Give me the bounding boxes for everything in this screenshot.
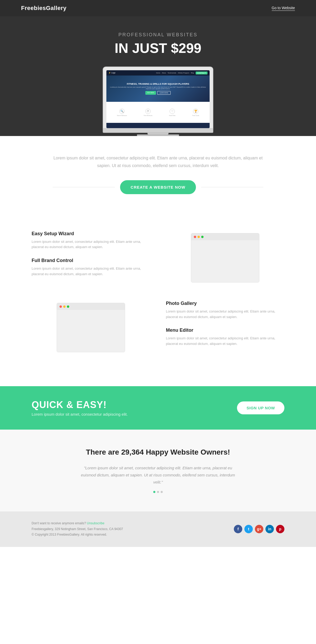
features-text-col-2: Photo Gallery Lorem ipsum dolor sit amet… [166, 301, 284, 355]
feature-title-3: Photo Gallery [166, 301, 284, 306]
dot-3[interactable] [161, 491, 163, 493]
laptop-mockup: ⚡ Logo Home About Testimonials Athlete P… [21, 67, 295, 136]
feature-title-2: Full Brand Control [32, 258, 150, 263]
footer-line1: Don't want to receive anymore emails? [32, 521, 87, 525]
go-to-website-link[interactable]: Go to Website [272, 6, 295, 11]
browser-mockup-2 [57, 303, 125, 352]
footer-text: Don't want to receive anymore emails? Un… [32, 521, 123, 538]
feature-heart: ♡ Heart Rate [169, 109, 175, 116]
dot-1[interactable] [153, 491, 155, 493]
page-footer: Don't want to receive anymore emails? Un… [0, 511, 316, 547]
feature-title-1: Easy Setup Wizard [32, 231, 150, 237]
feature-label: Heart Rate [169, 115, 175, 116]
social-icons: f t g+ in p [234, 525, 284, 533]
features-section: Easy Setup Wizard Lorem ipsum dolor sit … [0, 215, 316, 386]
nav-item: Blog [191, 72, 194, 74]
feature-easy-setup: Easy Setup Wizard Lorem ipsum dolor sit … [32, 231, 150, 250]
heart-icon: ♡ [170, 109, 175, 114]
cta-section: Lorem ipsum dolor sit amet, consectetur … [0, 136, 316, 215]
feature-desc-4: Lorem ipsum dolor sit amet, consectetur … [166, 336, 284, 347]
cta-divider-left [53, 187, 115, 187]
features-row-1: Easy Setup Wizard Lorem ipsum dolor sit … [32, 231, 284, 285]
laptop-features-area: 🔍 Search Workouts ⏱ Time Workouts ♡ Hear… [106, 102, 210, 123]
nav-item: Testimonials [167, 72, 176, 74]
nav-item: About [162, 72, 166, 74]
page-header: FreebiesGallery Go to Website [0, 0, 316, 16]
browser-dot-red-2 [60, 305, 62, 308]
laptop-body: ⚡ Logo Home About Testimonials Athlete P… [103, 67, 213, 129]
green-band-section: QUICK & EASY! Lorem ipsum dolor sit amet… [0, 386, 316, 430]
cta-divider-row: CREATE A WEBSITE NOW [53, 180, 263, 194]
laptop-nav: ⚡ Logo Home About Testimonials Athlete P… [106, 70, 210, 76]
browser-content-2 [57, 310, 125, 352]
unsubscribe-link[interactable]: Unsubscribe [87, 521, 105, 525]
facebook-icon[interactable]: f [234, 525, 242, 533]
browser-dot-green [201, 236, 204, 238]
feature-brand-control: Full Brand Control Lorem ipsum dolor sit… [32, 258, 150, 277]
features-row-2: Photo Gallery Lorem ipsum dolor sit amet… [32, 301, 284, 355]
green-band-subtitle: Lorem ipsum dolor sit amet, consectetur … [32, 412, 128, 416]
feature-desc-1: Lorem ipsum dolor sit amet, consectetur … [32, 239, 150, 250]
features-image-col-2 [32, 303, 150, 352]
footer-unsubscribe-line: Don't want to receive anymore emails? Un… [32, 521, 123, 526]
browser-dot-red [194, 236, 196, 238]
footer-copyright: © Copyright 2013 FreebiesGallery. All ri… [32, 532, 123, 538]
browser-content-1 [191, 240, 259, 282]
browser-bar-2 [57, 303, 125, 310]
browser-dot-yellow-2 [63, 305, 66, 308]
laptop-nav-logo: ⚡ Logo [108, 72, 116, 74]
hero-section: PROFESSIONAL WEBSITES IN JUST $299 ⚡ Log… [0, 16, 316, 136]
laptop-foot [137, 134, 179, 136]
site-logo: FreebiesGallery [21, 5, 67, 12]
testimonial-title: There are 29,364 Happy Website Owners! [53, 448, 263, 456]
laptop-learn-btn: LEARN MORE [157, 91, 171, 95]
feature-timer: ⏱ Time Workouts [144, 109, 152, 116]
feature-desc-2: Lorem ipsum dolor sit amet, consectetur … [32, 266, 150, 277]
create-website-button[interactable]: CREATE A WEBSITE NOW [120, 180, 196, 194]
nav-contact-btn: CONTACT [196, 72, 208, 74]
laptop-buy-btn: BUY NOW [145, 91, 156, 95]
cta-divider-right [201, 187, 263, 187]
testimonial-dots [53, 491, 263, 493]
feature-label: Track Goals [192, 115, 199, 116]
features-image-col-1 [166, 233, 284, 283]
laptop-screen: ⚡ Logo Home About Testimonials Athlete P… [106, 70, 210, 128]
feature-label: Time Workouts [144, 115, 152, 116]
green-band-text: QUICK & EASY! Lorem ipsum dolor sit amet… [32, 399, 128, 416]
footer-address: Freebiesgallery, 329 Notingham Street, S… [32, 526, 123, 532]
browser-mockup-1 [191, 233, 259, 283]
laptop-base [103, 129, 213, 133]
browser-bar-1 [191, 233, 259, 240]
pinterest-icon[interactable]: p [276, 525, 284, 533]
browser-dot-yellow [197, 236, 200, 238]
laptop-hero-text: Looking to dramatically improve your squ… [109, 86, 207, 89]
laptop-hero-area: FITNESS, TRAINING & DRILLS FOR SQUASH PL… [106, 76, 210, 102]
feature-menu-editor: Menu Editor Lorem ipsum dolor sit amet, … [166, 328, 284, 347]
testimonial-quote: "Lorem ipsum dolor sit amet, consectetur… [79, 464, 237, 486]
linkedin-icon[interactable]: in [265, 525, 274, 533]
cta-description: Lorem ipsum dolor sit amet, consectetur … [53, 154, 263, 170]
browser-dot-green-2 [67, 305, 69, 308]
nav-item: Home [156, 72, 160, 74]
feature-photo-gallery: Photo Gallery Lorem ipsum dolor sit amet… [166, 301, 284, 320]
twitter-icon[interactable]: t [244, 525, 253, 533]
laptop-hero-buttons: BUY NOW LEARN MORE [145, 91, 171, 95]
feature-title-4: Menu Editor [166, 328, 284, 333]
laptop-hero-heading: FITNESS, TRAINING & DRILLS FOR SQUASH PL… [127, 83, 189, 85]
feature-trophy: 🏆 Track Goals [192, 109, 199, 116]
dot-2[interactable] [157, 491, 159, 493]
laptop-device: ⚡ Logo Home About Testimonials Athlete P… [103, 67, 213, 136]
green-band-title: QUICK & EASY! [32, 399, 128, 410]
nav-item: Athlete Program [178, 72, 189, 74]
trophy-icon: 🏆 [193, 109, 198, 114]
feature-search: 🔍 Search Workouts [117, 109, 127, 116]
hero-title: IN JUST $299 [21, 40, 295, 56]
features-text-col-1: Easy Setup Wizard Lorem ipsum dolor sit … [32, 231, 150, 285]
sign-up-button[interactable]: SIGN UP NOW [237, 401, 284, 414]
feature-desc-3: Lorem ipsum dolor sit amet, consectetur … [166, 309, 284, 320]
testimonial-section: There are 29,364 Happy Website Owners! "… [0, 430, 316, 511]
googleplus-icon[interactable]: g+ [255, 525, 263, 533]
feature-label: Search Workouts [117, 115, 127, 116]
hero-subtitle: PROFESSIONAL WEBSITES [21, 32, 295, 38]
timer-icon: ⏱ [145, 109, 151, 114]
